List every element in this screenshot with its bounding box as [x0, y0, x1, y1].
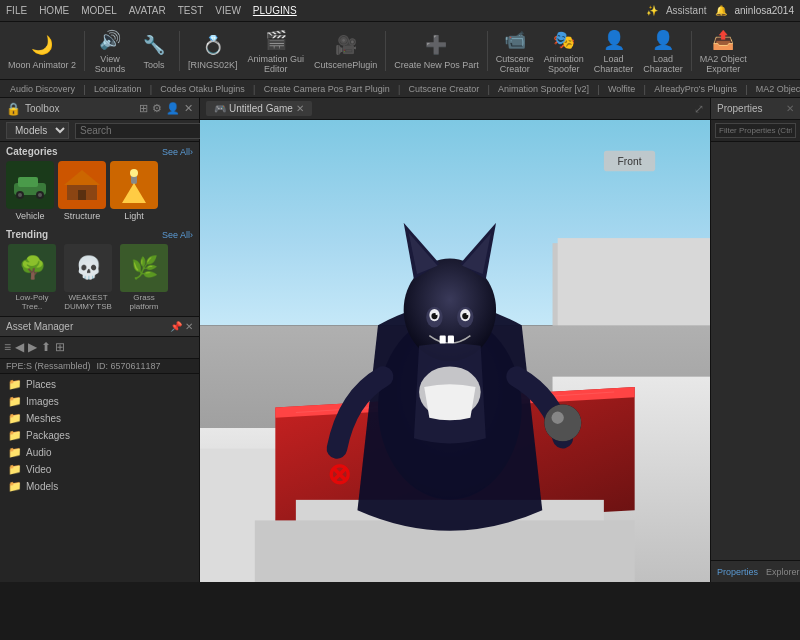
- category-structure[interactable]: Structure: [58, 161, 106, 221]
- viewport-expand-icon[interactable]: ⤢: [694, 102, 704, 116]
- tree-models[interactable]: 📁 Models: [0, 478, 199, 495]
- tool-view-sounds[interactable]: 🔊 ViewSounds: [89, 25, 131, 77]
- rings-icon: 💍: [199, 31, 227, 59]
- am-tree: 📁 Places 📁 Images 📁 Meshes 📁 Packages 📁: [0, 374, 199, 582]
- toolbox-close-icon[interactable]: ✕: [184, 102, 193, 115]
- tree-places[interactable]: 📁 Places: [0, 376, 199, 393]
- trending-grass-platform[interactable]: 🌿 Grass platform: [118, 244, 170, 312]
- am-upload-icon[interactable]: ⬆: [41, 340, 51, 354]
- toolbox-settings-icon[interactable]: ⚙: [152, 102, 162, 115]
- moon-animator-label: Moon Animator 2: [8, 61, 76, 71]
- assistant-button[interactable]: ✨: [646, 5, 658, 16]
- grass-platform-label: Grass platform: [118, 294, 170, 312]
- tool-cutscene-plugin[interactable]: 🎥 CutscenePlugin: [310, 25, 381, 77]
- svg-point-36: [435, 313, 437, 315]
- tree-images[interactable]: 📁 Images: [0, 393, 199, 410]
- scene-svg: ⊗ Front: [200, 120, 710, 582]
- top-bar-avatar[interactable]: AVATAR: [129, 5, 166, 16]
- viewport-tab-close[interactable]: ✕: [296, 103, 304, 114]
- tree-audio[interactable]: 📁 Audio: [0, 444, 199, 461]
- categories-title: Categories: [6, 146, 58, 157]
- tool-cutscene-creator[interactable]: 📹 CutsceneCreator: [492, 25, 538, 77]
- notifications-icon[interactable]: 🔔: [715, 5, 727, 16]
- category-light[interactable]: Light: [110, 161, 158, 221]
- view-sounds-label: ViewSounds: [95, 55, 126, 75]
- tool-load-character2[interactable]: 👤 LoadCharacter: [639, 25, 687, 77]
- am-pin-icon[interactable]: 📌: [170, 321, 182, 332]
- am-forward-icon[interactable]: ▶: [28, 340, 37, 354]
- create-pos-icon: ➕: [422, 31, 450, 59]
- load-character-icon: 👤: [600, 27, 628, 53]
- viewport-tab-item[interactable]: 🎮 Untitled Game ✕: [206, 101, 312, 116]
- tool-load-character[interactable]: 👤 LoadCharacter: [590, 25, 638, 77]
- load-character2-label: LoadCharacter: [643, 55, 683, 75]
- toolbox-title: Toolbox: [25, 103, 139, 114]
- tool-animation-spoofer[interactable]: 🎭 AnimationSpoofer: [540, 25, 588, 77]
- plugin-tab-localization[interactable]: Localization: [88, 84, 148, 94]
- top-bar-home[interactable]: HOME: [39, 5, 69, 16]
- models-dropdown[interactable]: Models: [6, 122, 69, 139]
- search-input[interactable]: [75, 123, 212, 139]
- trending-low-poly-tree[interactable]: 🌳 Low-Poly Tree..: [6, 244, 58, 312]
- plugin-tab-wolfite[interactable]: Wolfite: [602, 84, 641, 94]
- trending-see-all[interactable]: See All›: [162, 230, 193, 240]
- tool-rings02k[interactable]: 💍 [RINGS02K]: [184, 25, 242, 77]
- tool-ma2-exporter[interactable]: 📤 MA2 ObjectExporter: [696, 25, 751, 77]
- tab-explorer[interactable]: Explorer: [766, 567, 800, 577]
- trending-weakest-dummy[interactable]: 💀 WEAKEST DUMMY TSB: [62, 244, 114, 312]
- am-grid-icon[interactable]: ⊞: [55, 340, 65, 354]
- categories-see-all[interactable]: See All›: [162, 147, 193, 157]
- top-bar-plugins[interactable]: PLUGINS: [253, 5, 297, 16]
- lock-icon: 🔒: [6, 102, 21, 116]
- top-bar-test[interactable]: TEST: [178, 5, 204, 16]
- animation-spoofer-label: AnimationSpoofer: [544, 55, 584, 75]
- plugin-tab-camera[interactable]: Create Camera Pos Part Plugin: [258, 84, 396, 94]
- low-poly-tree-thumb: 🌳: [8, 244, 56, 292]
- tool-create-new-pos[interactable]: ➕ Create New Pos Part: [390, 25, 483, 77]
- toolbox-user-icon[interactable]: 👤: [166, 102, 180, 115]
- places-folder-icon: 📁: [8, 378, 22, 391]
- plugin-tab-cutscene-creator[interactable]: Cutscene Creator: [403, 84, 486, 94]
- tool-tools[interactable]: 🔧 Tools: [133, 25, 175, 77]
- plugin-tab-ma2[interactable]: MA2 Object Exporter: [750, 84, 800, 94]
- trending-grid: 🌳 Low-Poly Tree.. 💀 WEAKEST DUMMY TSB 🌿 …: [6, 244, 193, 312]
- top-bar-model[interactable]: MODEL: [81, 5, 117, 16]
- toolbox-header: 🔒 Toolbox ⊞ ⚙ 👤 ✕: [0, 98, 199, 120]
- tool-moon-animator[interactable]: 🌙 Moon Animator 2: [4, 25, 80, 77]
- category-vehicle[interactable]: Vehicle: [6, 161, 54, 221]
- tree-video[interactable]: 📁 Video: [0, 461, 199, 478]
- viewport-tab-label: Untitled Game: [229, 103, 293, 114]
- svg-text:⊗: ⊗: [327, 458, 351, 490]
- main-layout: 🔒 Toolbox ⊞ ⚙ 👤 ✕ Models ▼ Categories Se…: [0, 98, 800, 582]
- right-panel-close[interactable]: ✕: [786, 103, 794, 114]
- plugin-tab-audio[interactable]: Audio Discovery: [4, 84, 81, 94]
- moon-animator-icon: 🌙: [28, 31, 56, 59]
- svg-rect-39: [448, 336, 454, 344]
- animation-spoofer-icon: 🎭: [550, 27, 578, 53]
- tree-meshes[interactable]: 📁 Meshes: [0, 410, 199, 427]
- tools-label: Tools: [144, 61, 165, 71]
- am-back-icon[interactable]: ◀: [15, 340, 24, 354]
- toolbox-grid-icon[interactable]: ⊞: [139, 102, 148, 115]
- top-bar-view[interactable]: VIEW: [215, 5, 241, 16]
- tab-properties[interactable]: Properties: [717, 567, 758, 577]
- plugin-tab-alreadypro[interactable]: AlreadyPro's Plugins: [648, 84, 743, 94]
- project-name: FPE:S (Ressambled): [6, 361, 91, 371]
- grass-platform-thumb: 🌿: [120, 244, 168, 292]
- plugin-tabs-bar: Audio Discovery | Localization | Codes O…: [0, 80, 800, 98]
- am-close-icon[interactable]: ✕: [185, 321, 193, 332]
- top-bar-file[interactable]: FILE: [6, 5, 27, 16]
- create-pos-label: Create New Pos Part: [394, 61, 479, 71]
- plugin-tab-animation-spoofer[interactable]: Animation Spoofer [v2]: [492, 84, 595, 94]
- svg-point-43: [544, 404, 581, 441]
- plugin-tab-codes[interactable]: Codes Otaku Plugins: [154, 84, 251, 94]
- tool-animation-gui[interactable]: 🎬 Animation GuiEditor: [244, 25, 309, 77]
- animation-gui-label: Animation GuiEditor: [248, 55, 305, 75]
- viewport-canvas[interactable]: ⊗ Front: [200, 120, 710, 582]
- am-menu-icon[interactable]: ≡: [4, 340, 11, 354]
- view-sounds-icon: 🔊: [96, 27, 124, 53]
- tree-packages[interactable]: 📁 Packages: [0, 427, 199, 444]
- filter-properties-input[interactable]: [715, 123, 796, 138]
- viewport-tab-icon: 🎮: [214, 103, 226, 114]
- animation-gui-icon: 🎬: [262, 27, 290, 53]
